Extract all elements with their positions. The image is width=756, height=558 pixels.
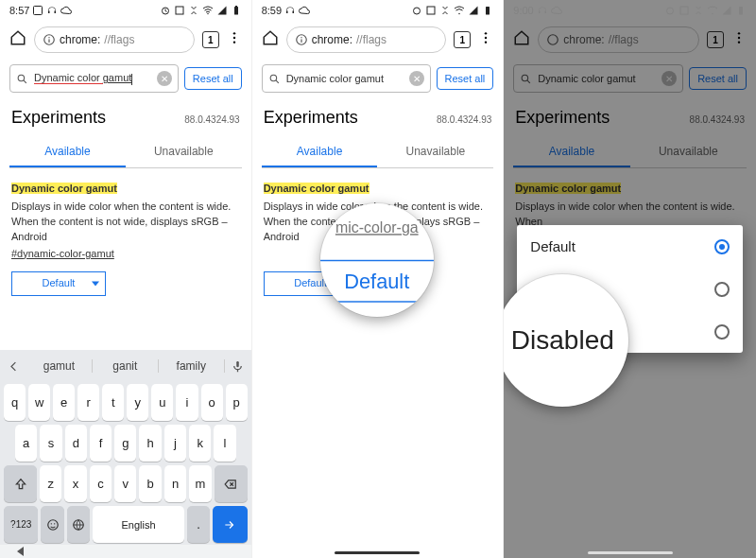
key-q[interactable]: q: [4, 384, 26, 421]
flag-search-input[interactable]: Dynamic color gamut ✕: [513, 64, 683, 93]
svg-rect-21: [486, 7, 490, 15]
cloud-icon: [299, 5, 310, 16]
flag-search-input[interactable]: Dynamic color gamut ✕: [9, 64, 179, 93]
url-suffix: //flags: [356, 33, 387, 46]
svg-point-33: [548, 35, 558, 45]
key-i[interactable]: i: [176, 384, 198, 421]
home-indicator[interactable]: [588, 551, 673, 554]
svg-rect-4: [234, 7, 238, 15]
key-d[interactable]: d: [65, 425, 87, 462]
key-w[interactable]: w: [28, 384, 50, 421]
soft-keyboard[interactable]: gamut ganit family q w e r t y u i o p a…: [0, 350, 251, 558]
chevron-left-icon[interactable]: [0, 359, 26, 374]
key-r[interactable]: r: [77, 384, 99, 421]
key-emoji[interactable]: [41, 506, 63, 543]
tab-switcher[interactable]: 1: [454, 31, 471, 48]
tab-available[interactable]: Available: [9, 135, 126, 167]
home-indicator[interactable]: [335, 551, 420, 554]
home-button[interactable]: [9, 29, 26, 50]
url-bar[interactable]: chrome://flags: [286, 26, 447, 53]
mic-icon[interactable]: [225, 359, 251, 374]
search-text: Dynamic color gamut: [34, 72, 132, 84]
flag-search-row: Dynamic color gamut ✕ Reset all: [504, 59, 756, 98]
svg-point-37: [522, 75, 528, 81]
key-h[interactable]: h: [139, 425, 161, 462]
key-g[interactable]: g: [114, 425, 136, 462]
tab-unavailable[interactable]: Unavailable: [126, 135, 242, 167]
key-x[interactable]: x: [64, 465, 86, 502]
magnifier-lens: Disabled: [504, 274, 628, 407]
tab-available[interactable]: Available: [262, 135, 378, 167]
clear-search-icon[interactable]: ✕: [409, 71, 424, 86]
svg-point-7: [48, 37, 49, 38]
key-globe[interactable]: [67, 506, 90, 543]
key-f[interactable]: f: [90, 425, 112, 462]
nav-bar: [0, 545, 251, 558]
nfc2-icon: [425, 5, 437, 16]
tab-switcher[interactable]: 1: [707, 31, 724, 48]
key-c[interactable]: c: [90, 465, 112, 502]
clear-search-icon[interactable]: ✕: [662, 71, 677, 86]
flag-entry: Dynamic color gamut Displays in wide col…: [504, 168, 756, 230]
flag-value-dropdown[interactable]: Default: [11, 271, 106, 296]
key-m[interactable]: m: [189, 465, 211, 502]
back-nav-icon[interactable]: [17, 547, 24, 556]
key-period[interactable]: .: [187, 506, 210, 543]
key-numbers[interactable]: ?123: [4, 506, 38, 543]
page-header: Experiments 88.0.4324.93: [504, 98, 756, 131]
svg-point-3: [207, 13, 209, 15]
key-j[interactable]: j: [164, 425, 186, 462]
key-backspace[interactable]: [215, 465, 248, 502]
key-p[interactable]: p: [226, 384, 248, 421]
flag-search-input[interactable]: Dynamic color gamut ✕: [262, 64, 431, 93]
search-text: Dynamic color gamut: [538, 73, 635, 84]
url-bar[interactable]: chrome://flags: [538, 26, 699, 53]
lens-dropdown[interactable]: Default: [320, 259, 434, 302]
key-o[interactable]: o: [201, 384, 223, 421]
key-shift[interactable]: [4, 465, 37, 502]
url-bar[interactable]: chrome://flags: [34, 26, 195, 53]
screen-3: 9:00 chrome://flags 1 Dynamic color gamu…: [504, 0, 756, 558]
option-default[interactable]: Default: [517, 225, 743, 268]
browser-toolbar: chrome://flags 1: [252, 21, 504, 59]
key-z[interactable]: z: [40, 465, 61, 502]
tab-unavailable[interactable]: Unavailable: [630, 135, 747, 167]
suggestion-1[interactable]: gamut: [26, 359, 93, 373]
key-enter[interactable]: [213, 506, 247, 543]
key-k[interactable]: k: [189, 425, 211, 462]
overflow-menu[interactable]: [478, 30, 493, 49]
key-space[interactable]: English: [93, 506, 184, 543]
key-a[interactable]: a: [15, 425, 37, 462]
key-l[interactable]: l: [214, 425, 235, 462]
cloud-icon: [60, 5, 72, 16]
key-b[interactable]: b: [139, 465, 161, 502]
url-prefix: chrome:: [312, 33, 352, 46]
tab-switcher[interactable]: 1: [202, 31, 219, 48]
data-icon: [439, 5, 451, 16]
clear-search-icon[interactable]: ✕: [157, 71, 172, 86]
svg-point-18: [414, 8, 421, 14]
home-button[interactable]: [513, 29, 530, 50]
svg-point-34: [738, 32, 740, 34]
key-t[interactable]: t: [102, 384, 124, 421]
lens-anchor: mic-color-ga: [320, 218, 434, 235]
reset-all-button[interactable]: Reset all: [689, 67, 747, 90]
suggestion-3[interactable]: family: [159, 359, 225, 373]
key-n[interactable]: n: [164, 465, 186, 502]
tab-unavailable[interactable]: Unavailable: [377, 135, 493, 167]
overflow-menu[interactable]: [731, 30, 747, 49]
reset-all-button[interactable]: Reset all: [437, 67, 494, 90]
flag-anchor[interactable]: #dynamic-color-gamut: [11, 247, 114, 262]
key-e[interactable]: e: [53, 384, 75, 421]
suggestion-2[interactable]: ganit: [93, 359, 159, 373]
key-u[interactable]: u: [151, 384, 173, 421]
key-s[interactable]: s: [40, 425, 61, 462]
reset-all-button[interactable]: Reset all: [184, 67, 242, 90]
key-y[interactable]: y: [127, 384, 148, 421]
home-button[interactable]: [262, 29, 279, 50]
tab-available[interactable]: Available: [513, 135, 629, 167]
version-label: 88.0.4324.93: [690, 114, 745, 125]
overflow-menu[interactable]: [227, 30, 242, 49]
key-v[interactable]: v: [114, 465, 136, 502]
search-icon: [520, 73, 532, 85]
